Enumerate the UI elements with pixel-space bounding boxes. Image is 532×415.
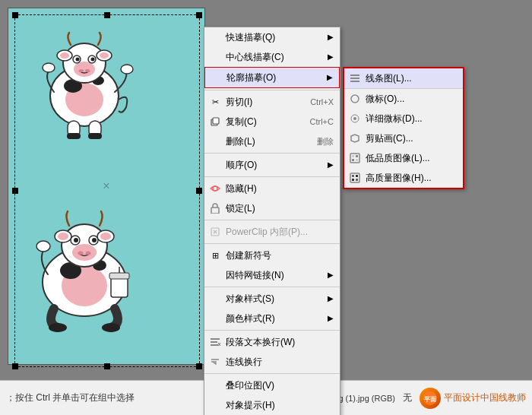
svg-rect-45 bbox=[350, 74, 359, 76]
handle-tl[interactable] bbox=[12, 12, 18, 18]
lock-icon bbox=[209, 202, 221, 214]
delete-icon bbox=[209, 135, 221, 147]
logo-icon bbox=[349, 93, 361, 105]
svg-point-35 bbox=[58, 233, 68, 240]
high-quality-icon bbox=[349, 172, 361, 184]
svg-rect-61 bbox=[213, 118, 219, 124]
menu-item-object-style[interactable]: 对象样式(S) ▶ bbox=[204, 289, 340, 309]
svg-point-43 bbox=[102, 323, 120, 332]
svg-rect-54 bbox=[356, 159, 358, 161]
svg-point-33 bbox=[86, 252, 91, 255]
menu-item-hide[interactable]: 隐藏(H) bbox=[204, 179, 340, 198]
handle-bm[interactable] bbox=[104, 363, 110, 369]
logo-icon: 平面 bbox=[420, 388, 441, 409]
sep1 bbox=[204, 90, 340, 90]
menu-item-outline-trace[interactable]: 轮廓描摹(O) ▶ bbox=[204, 67, 340, 88]
handle-ml[interactable] bbox=[12, 188, 18, 194]
sep8 bbox=[204, 373, 340, 374]
svg-point-47 bbox=[351, 95, 359, 103]
submenu-item-high-quality[interactable]: 高质量图像(H)... bbox=[344, 168, 463, 188]
object-style-icon bbox=[209, 293, 221, 305]
svg-rect-40 bbox=[109, 273, 129, 279]
menu-item-overprint[interactable]: 叠印位图(V) bbox=[204, 375, 340, 395]
cut-icon: ✂ bbox=[209, 96, 221, 108]
menu-item-lock[interactable]: 锁定(L) bbox=[204, 198, 340, 218]
menu-item-order[interactable]: 顺序(O) ▶ bbox=[204, 155, 340, 175]
line-break-icon bbox=[209, 356, 221, 368]
svg-rect-66 bbox=[211, 341, 217, 343]
svg-point-32 bbox=[78, 252, 84, 255]
submenu-item-line-art[interactable]: 线条图(L)... bbox=[344, 68, 463, 89]
sep3 bbox=[204, 176, 340, 177]
centerline-icon bbox=[209, 51, 221, 63]
handle-mr[interactable] bbox=[196, 188, 202, 194]
handle-tr[interactable] bbox=[196, 12, 202, 18]
svg-rect-57 bbox=[356, 175, 358, 177]
submenu-item-clip-art[interactable]: 剪贴画(C)... bbox=[344, 128, 463, 148]
para-text-icon bbox=[209, 336, 221, 348]
object-hint-icon bbox=[209, 399, 221, 411]
menu-item-color-style[interactable]: 颜色样式(R) ▶ bbox=[204, 309, 340, 328]
sep5 bbox=[204, 243, 340, 244]
outline-trace-icon bbox=[210, 71, 222, 84]
svg-point-17 bbox=[121, 65, 133, 74]
menu-item-copy[interactable]: 复制(C) Ctrl+C bbox=[204, 112, 340, 131]
outline-submenu: 线条图(L)... 微标(O)... 详细微标(D)... 剪贴画(C)... bbox=[343, 67, 464, 189]
quick-trace-icon bbox=[209, 31, 221, 43]
submenu-item-low-quality[interactable]: 低品质图像(L)... bbox=[344, 148, 463, 168]
menu-item-delete[interactable]: 删除(L) 删除 bbox=[204, 131, 340, 151]
svg-point-38 bbox=[36, 241, 50, 252]
svg-point-10 bbox=[79, 69, 84, 72]
svg-rect-56 bbox=[352, 175, 354, 177]
svg-point-42 bbox=[49, 323, 67, 332]
svg-rect-63 bbox=[211, 208, 219, 214]
handle-bl[interactable] bbox=[12, 363, 18, 369]
cow-image-bottom bbox=[24, 198, 145, 335]
create-symbol-icon: ⊞ bbox=[209, 249, 221, 261]
svg-point-31 bbox=[92, 238, 97, 242]
clip-art-icon bbox=[349, 132, 361, 144]
svg-point-37 bbox=[100, 233, 111, 240]
sep6 bbox=[204, 287, 340, 287]
svg-rect-55 bbox=[350, 173, 359, 182]
submenu-item-detailed-logo[interactable]: 详细微标(D)... bbox=[344, 109, 463, 128]
svg-rect-59 bbox=[356, 179, 358, 181]
svg-point-13 bbox=[60, 52, 69, 59]
svg-rect-46 bbox=[350, 81, 359, 82]
menu-item-centerline-trace[interactable]: 中心线描摹(C) ▶ bbox=[204, 47, 340, 67]
svg-rect-52 bbox=[356, 155, 358, 157]
handle-br[interactable] bbox=[196, 363, 202, 369]
order-icon bbox=[209, 159, 221, 171]
context-menu: 快速描摹(Q) ▶ 中心线描摹(C) ▶ 轮廓描摹(O) ▶ 线条图(L)... bbox=[204, 27, 340, 415]
outline-trace-wrapper: 轮廓描摹(O) ▶ 线条图(L)... 微标(O)... 详细微标 bbox=[204, 67, 340, 88]
svg-point-11 bbox=[85, 69, 90, 72]
menu-item-create-symbol[interactable]: ⊞ 创建新符号 bbox=[204, 246, 340, 265]
cow-image-top bbox=[31, 24, 138, 145]
svg-point-27 bbox=[72, 244, 97, 261]
hide-icon bbox=[209, 182, 221, 195]
svg-text:平面: 平面 bbox=[424, 396, 436, 403]
line-art-icon bbox=[349, 72, 361, 84]
svg-rect-53 bbox=[352, 159, 354, 161]
detail-logo-icon bbox=[349, 112, 361, 125]
handle-tm[interactable] bbox=[104, 12, 110, 18]
menu-item-cut[interactable]: ✂ 剪切(I) Ctrl+X bbox=[204, 92, 340, 112]
svg-point-49 bbox=[353, 117, 356, 120]
submenu-item-logo[interactable]: 微标(O)... bbox=[344, 89, 463, 109]
copy-icon bbox=[209, 116, 221, 128]
canvas-area: × bbox=[8, 8, 205, 365]
svg-rect-20 bbox=[67, 133, 81, 139]
status-logo: 平面 平面设计中国线教师 bbox=[420, 388, 526, 409]
menu-item-quick-trace[interactable]: 快速描摹(Q) ▶ bbox=[204, 27, 340, 47]
menu-item-line-break[interactable]: 连线换行 bbox=[204, 352, 340, 372]
svg-rect-50 bbox=[350, 154, 359, 163]
svg-point-5 bbox=[74, 62, 95, 77]
status-extra: 无 bbox=[403, 391, 412, 404]
svg-rect-58 bbox=[352, 179, 354, 181]
svg-rect-67 bbox=[211, 344, 218, 346]
svg-point-8 bbox=[76, 58, 80, 62]
menu-item-object-hint[interactable]: 对象提示(H) bbox=[204, 395, 340, 415]
menu-item-bitmap-link[interactable]: 因特网链接(N) ▶ bbox=[204, 265, 340, 285]
menu-item-para-text[interactable]: 段落文本换行(W) bbox=[204, 332, 340, 352]
svg-rect-44 bbox=[350, 78, 359, 79]
